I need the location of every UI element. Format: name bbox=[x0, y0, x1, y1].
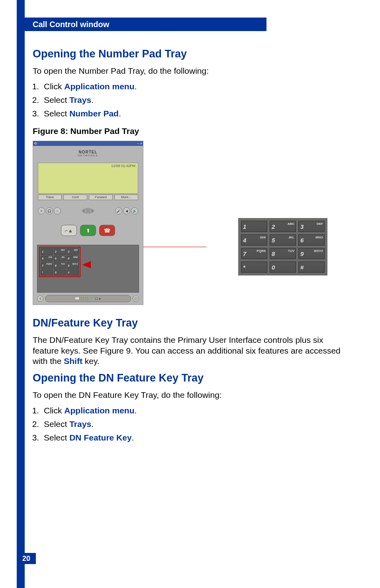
nav-right-icon[interactable] bbox=[91, 208, 94, 213]
nav-center-icon[interactable] bbox=[85, 208, 91, 214]
nav-cluster[interactable] bbox=[82, 208, 94, 214]
key-8[interactable]: 8TUV bbox=[54, 262, 66, 269]
key-0[interactable]: 0 bbox=[54, 269, 66, 276]
zoom-key-7[interactable]: 7PQRS bbox=[241, 248, 267, 259]
key-9[interactable]: 9WXYZ bbox=[67, 262, 79, 269]
step: Click Application menu. bbox=[41, 82, 347, 91]
zoom-key-2[interactable]: 2ABC bbox=[270, 221, 296, 232]
hold-button[interactable]: ⌐▲ bbox=[61, 225, 77, 236]
numpad-zoom: 1 2ABC 3DEF 4GHI 5JKL 6MNO 7PQRS 8TUV 9W… bbox=[238, 218, 327, 275]
nortel-logo: NORTEL NETWORKS bbox=[33, 150, 143, 157]
vol-down-icon[interactable]: ◀ bbox=[123, 207, 130, 214]
link[interactable]: Trays bbox=[69, 95, 91, 104]
key-2[interactable]: 2ABC bbox=[54, 248, 66, 255]
section3-intro: To open the DN Feature Key Tray, do the … bbox=[33, 390, 347, 400]
zoom-key-1[interactable]: 1 bbox=[241, 221, 267, 232]
softkey-row: Trans Conf Forward More… bbox=[38, 195, 138, 200]
step: Select DN Feature Key. bbox=[41, 433, 347, 442]
link[interactable]: Number Pad bbox=[69, 109, 119, 118]
answer-button[interactable]: ⬆ bbox=[80, 225, 96, 236]
menu-icon[interactable]: ≡ bbox=[38, 207, 45, 214]
callout-arrow-icon bbox=[82, 261, 91, 268]
zoom-key-5[interactable]: 5JKL bbox=[270, 234, 296, 246]
scroll-icon[interactable]: ⇳ bbox=[37, 295, 43, 302]
step: Select Number Pad. bbox=[41, 109, 347, 118]
shift-link[interactable]: Shift bbox=[64, 356, 82, 366]
step: Select Trays. bbox=[41, 419, 347, 429]
left-margin-bar bbox=[17, 0, 25, 588]
softkey-conf[interactable]: Conf bbox=[63, 195, 87, 200]
zoom-key-3[interactable]: 3DEF bbox=[298, 221, 325, 232]
key-star[interactable]: * bbox=[41, 269, 53, 276]
page-number: 20 bbox=[17, 553, 36, 564]
key-3[interactable]: 3DEF bbox=[67, 248, 79, 255]
header-title: Call Control window bbox=[33, 20, 109, 29]
control-row: ≡ 🎧 ○ 🎤 ◀ 🔊 bbox=[38, 205, 138, 217]
key-7[interactable]: 7PQRS bbox=[41, 262, 53, 269]
title-bar-icon[interactable]: ⟲ bbox=[34, 142, 37, 146]
numpad-highlight: 1 2ABC 3DEF 4GHI 5JKL 6MNO 7PQRS 8TUV 9W… bbox=[39, 247, 80, 277]
zoom-key-hash[interactable]: # bbox=[298, 262, 325, 273]
key-hash[interactable]: # bbox=[67, 269, 79, 276]
step: Click Application menu. bbox=[41, 406, 347, 415]
section1-title: Opening the Number Pad Tray bbox=[33, 48, 347, 60]
section1-steps: Click Application menu. Select Trays. Se… bbox=[41, 82, 347, 118]
softkey-trans[interactable]: Trans bbox=[38, 195, 62, 200]
lcd-display: 11/08 01:42PM bbox=[38, 163, 138, 194]
section2-body: The DN/Feature Key Tray contains the Pri… bbox=[33, 335, 347, 366]
zoom-key-0[interactable]: 0 bbox=[270, 262, 296, 273]
zoom-key-8[interactable]: 8TUV bbox=[270, 248, 296, 259]
key-6[interactable]: 6MNO bbox=[67, 256, 79, 262]
lcd-time: 11/08 01:42PM bbox=[111, 164, 135, 168]
zoom-key-star[interactable]: * bbox=[241, 262, 267, 273]
nav-left-icon[interactable] bbox=[82, 208, 85, 213]
tray-center-icons[interactable]: 📖 ⬚ ⬚ 🔧 ☖ ▸ bbox=[45, 295, 131, 302]
key-1[interactable]: 1 bbox=[41, 248, 53, 255]
link[interactable]: Application menu bbox=[64, 82, 134, 91]
section3-steps: Click Application menu. Select Trays. Se… bbox=[41, 406, 347, 442]
key-4[interactable]: 4GHI bbox=[41, 256, 53, 262]
info-icon[interactable]: ⓘ bbox=[133, 295, 139, 302]
headset-icon[interactable]: 🎧 bbox=[46, 207, 53, 214]
callout-line bbox=[143, 247, 206, 247]
circle-icon[interactable]: ○ bbox=[54, 207, 61, 214]
softkey-more[interactable]: More… bbox=[114, 195, 138, 200]
vol-up-icon[interactable]: 🔊 bbox=[131, 207, 138, 214]
zoom-key-9[interactable]: 9WXYZ bbox=[298, 248, 325, 259]
figure-8: ⟲ – × NORTEL NETWORKS 11/08 01:42PM Tran… bbox=[33, 141, 347, 305]
link[interactable]: Application menu bbox=[64, 406, 134, 415]
title-bar-controls[interactable]: – × bbox=[137, 142, 142, 146]
zoom-key-4[interactable]: 4GHI bbox=[241, 234, 267, 246]
section2-title: DN/Feature Key Tray bbox=[33, 317, 347, 329]
mute-icon[interactable]: 🎤 bbox=[115, 207, 122, 214]
zoom-key-6[interactable]: 6MNO bbox=[298, 234, 325, 246]
release-button[interactable]: ☎ bbox=[99, 225, 115, 236]
call-button-row: ⌐▲ ⬆ ☎ bbox=[61, 225, 115, 236]
numpad-tray-area: 1 2ABC 3DEF 4GHI 5JKL 6MNO 7PQRS 8TUV 9W… bbox=[37, 245, 139, 293]
step: Select Trays. bbox=[41, 95, 347, 105]
softkey-forward[interactable]: Forward bbox=[89, 195, 113, 200]
softphone-window: ⟲ – × NORTEL NETWORKS 11/08 01:42PM Tran… bbox=[33, 141, 143, 305]
link[interactable]: Trays bbox=[69, 419, 91, 429]
section3-title: Opening the DN Feature Key Tray bbox=[33, 372, 347, 384]
page-header: Call Control window bbox=[17, 18, 266, 31]
softphone-title-bar: ⟲ – × bbox=[33, 141, 143, 146]
key-5[interactable]: 5JKL bbox=[54, 256, 66, 262]
bottom-tray: ⇳ 📖 ⬚ ⬚ 🔧 ☖ ▸ ⓘ bbox=[37, 294, 139, 303]
figure-caption: Figure 8: Number Pad Tray bbox=[33, 126, 347, 136]
link[interactable]: DN Feature Key bbox=[69, 433, 131, 442]
section1-intro: To open the Number Pad Tray, do the foll… bbox=[33, 66, 347, 76]
